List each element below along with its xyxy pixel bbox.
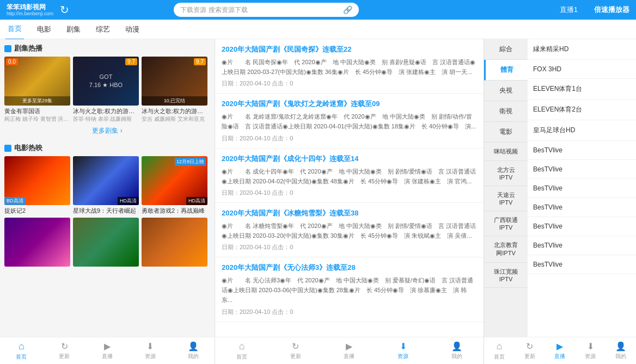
live-cat-电影[interactable]: 電影 bbox=[484, 122, 528, 143]
bnav-mid-mine[interactable]: 👤 我的 bbox=[430, 341, 484, 360]
speed-player-label[interactable]: 倍速播放器 bbox=[594, 5, 629, 15]
movie-card-2[interactable]: HD高清 星球大战9：天行者崛起 bbox=[73, 156, 139, 215]
live-categories: 綜合 體育 央視 衛視 電影 咪咕视频 北方云IPTV 天途云IPTV 广西联通… bbox=[484, 39, 528, 337]
tab-home[interactable]: 首页 bbox=[5, 19, 24, 40]
bnav-right-mine[interactable]: 👤 我的 bbox=[606, 341, 636, 360]
bnav-mid-live[interactable]: ▶ 直播 bbox=[322, 341, 376, 360]
bnav-mid-resource[interactable]: ⬇ 资源 bbox=[376, 341, 430, 360]
bottom-nav-right: ⌂ 首页 ↻ 更新 ▶ 直播 ⬇ 资源 👤 我的 bbox=[484, 337, 636, 364]
channel-item-2[interactable]: FOX 3HD bbox=[528, 60, 636, 79]
score-badge-1: 0.0 bbox=[6, 58, 18, 65]
live-cat-广西联通[interactable]: 广西联通IPTV bbox=[484, 211, 528, 236]
drama-title-3: 冰与火之歌:权力的游戏第六季 bbox=[142, 107, 207, 115]
bnav-left-live[interactable]: ▶ 直播 bbox=[86, 341, 129, 360]
channel-item-7[interactable]: BesTVlive bbox=[528, 160, 636, 179]
tab-anime[interactable]: 动漫 bbox=[123, 20, 142, 39]
drama-list-title-2: 2020年大陆国产剧《鬼吹灯之龙岭迷窟》连载至09 bbox=[222, 99, 477, 109]
bottom-nav-middle: ⌂ 首页 ↻ 更新 ▶ 直播 ⬇ 资源 👤 我的 bbox=[215, 337, 484, 364]
drama-card-1[interactable]: 0.0 更多至第29集 黄金有罪国语 阎正梅 姚子玲 黄智贤 洪永城 bbox=[4, 57, 70, 123]
channel-item-9[interactable]: BesTVlive bbox=[528, 198, 636, 217]
live-cat-体育[interactable]: 體育 bbox=[484, 60, 528, 81]
right-panel: 綜合 體育 央視 衛視 電影 咪咕视频 北方云IPTV 天途云IPTV 广西联通… bbox=[484, 39, 636, 364]
hd-badge-3: HD高清 bbox=[186, 197, 207, 205]
drama-list-desc-1: ◉片 名 民国奇探◉年 代 2020◉产 地 中国大陆◉类 别 喜剧/悬疑◉语 … bbox=[222, 57, 477, 77]
bnav-left-home[interactable]: ⌂ 首页 bbox=[0, 341, 43, 361]
bnav-mid-update[interactable]: ↻ 更新 bbox=[269, 341, 323, 360]
refresh-icon[interactable]: ↻ bbox=[60, 3, 69, 16]
live-label[interactable]: 直播1 bbox=[560, 5, 578, 15]
tab-movie[interactable]: 电影 bbox=[35, 20, 53, 39]
bnav-left-mine[interactable]: 👤 我的 bbox=[172, 341, 215, 360]
bottom-nav-left: ⌂ 首页 ↻ 更新 ▶ 直播 ⬇ 资源 👤 我的 bbox=[0, 337, 215, 364]
channel-item-5[interactable]: 皇马足球台HD bbox=[528, 120, 636, 141]
channel-item-4[interactable]: ELEVEN体育2台 bbox=[528, 100, 636, 120]
ep-badge-1: 更多至第29集 bbox=[4, 96, 70, 106]
live-cat-天途云[interactable]: 天途云IPTV bbox=[484, 186, 528, 211]
drama-card-2[interactable]: GOT7.16 ★ HBO 9.7 冰与火之歌:权力的游戏第七季 苏菲·特纳 表… bbox=[73, 57, 139, 123]
live-cat-咪咕[interactable]: 咪咕视频 bbox=[484, 143, 528, 161]
live-cat-珠江宽频[interactable]: 珠江宽频IPTV bbox=[484, 263, 528, 288]
movie-card-4[interactable] bbox=[4, 218, 70, 276]
link-icon: 🔗 bbox=[343, 5, 352, 14]
movie-title-6 bbox=[142, 268, 207, 276]
movie-title-3: 勇敢者游戏2：再战巅峰 bbox=[142, 207, 207, 215]
channel-item-10[interactable]: BesTVlive bbox=[528, 217, 636, 236]
channel-item-1[interactable]: 縁来精采HD bbox=[528, 39, 636, 60]
drama-list-item-1[interactable]: 2020年大陆国产剧《民国奇探》连载至22 ◉片 名 民国奇探◉年 代 2020… bbox=[215, 39, 484, 94]
hd-badge-2: HD高清 bbox=[118, 197, 139, 205]
bnav-right-live[interactable]: ▶ 直播 bbox=[545, 341, 576, 360]
live-cat-综合[interactable]: 綜合 bbox=[484, 39, 528, 60]
drama-sub-2: 苏菲·特纳 表菲 战廉姆斯 bbox=[73, 115, 139, 123]
drama-list-item-2[interactable]: 2020年大陆国产剧《鬼吹灯之龙岭迷窟》连载至09 ◉片 名 龙岭迷窟/鬼吹灯之… bbox=[215, 94, 484, 148]
channel-item-11[interactable]: BesTVlive bbox=[528, 236, 636, 255]
bnav-right-home[interactable]: ⌂ 首页 bbox=[484, 341, 515, 361]
logo-name: 笨笨鸡影视网 bbox=[7, 3, 53, 11]
live-cat-北方云[interactable]: 北方云IPTV bbox=[484, 161, 528, 186]
drama-list-item-5[interactable]: 2020年大陆国产剧《无心法师3》连载至28 ◉片 名 无心法师3◉年 代 20… bbox=[215, 257, 484, 322]
bnav-left-resource[interactable]: ⬇ 资源 bbox=[129, 341, 172, 360]
tab-variety[interactable]: 综艺 bbox=[94, 20, 112, 39]
movie-title-5 bbox=[73, 268, 139, 276]
drama-list-desc-3: ◉片 名 成化十四年◉年 代 2020◉产 地 中国大陆◉类 别 剧情/爱情◉语… bbox=[222, 166, 477, 186]
movie-card-5[interactable] bbox=[73, 218, 139, 276]
left-panel: 剧集热播 0.0 更多至第29集 黄金有罪国语 阎正梅 姚子玲 黄智贤 洪永城 bbox=[0, 39, 215, 364]
tab-drama[interactable]: 剧集 bbox=[64, 20, 83, 39]
live-cat-北京教育[interactable]: 北京教育网IPTV bbox=[484, 236, 528, 263]
drama-list-title-5: 2020年大陆国产剧《无心法师3》连载至28 bbox=[222, 263, 477, 273]
drama-list-title-3: 2020年大陆国产剧《成化十四年》连载至14 bbox=[222, 154, 477, 164]
movie-card-3[interactable]: HD高清 12月8日上映 勇敢者游戏2：再战巅峰 bbox=[142, 156, 207, 215]
middle-panel: 2020年大陆国产剧《民国奇探》连载至22 ◉片 名 民国奇探◉年 代 2020… bbox=[215, 39, 484, 364]
drama-list-date-3: 日期：2020-04-10 点击：0 bbox=[222, 189, 477, 197]
drama-list-date-2: 日期：2020-04-10 点击：0 bbox=[222, 134, 477, 143]
movie-title-4 bbox=[4, 268, 70, 276]
live-cat-卫视[interactable]: 衛視 bbox=[484, 101, 528, 122]
logo-url: http://m.benbenji.com bbox=[7, 11, 53, 16]
bnav-left-update[interactable]: ↻ 更新 bbox=[43, 341, 86, 360]
channel-item-3[interactable]: ELEVEN体育1台 bbox=[528, 79, 636, 100]
nav-tabs: 首页 电影 剧集 综艺 动漫 bbox=[0, 20, 636, 39]
channel-item-8[interactable]: BesTVlive bbox=[528, 179, 636, 198]
bnav-right-update[interactable]: ↻ 更新 bbox=[515, 341, 545, 360]
date-badge-3: 12月8日上映 bbox=[175, 158, 206, 166]
drama-card-3[interactable]: 9.7 10,已完结 冰与火之歌:权力的游戏第六季 安吉 威廉姆斯 艾米和亚克 bbox=[142, 57, 207, 123]
drama-title-1: 黄金有罪国语 bbox=[4, 107, 70, 115]
ep-badge-3: 10,已完结 bbox=[142, 96, 207, 106]
drama-list-item-4[interactable]: 2020年大陆国产剧《冰糖炖雪梨》连载至38 ◉片 名 冰糖炖雪梨◉年 代 20… bbox=[215, 203, 484, 257]
bnav-right-resource[interactable]: ⬇ 资源 bbox=[575, 341, 606, 360]
drama-list-date-4: 日期：2020-04-10 点击：0 bbox=[222, 243, 477, 251]
drama-list-title-1: 2020年大陆国产剧《民国奇探》连载至22 bbox=[222, 45, 477, 54]
live-cat-央视[interactable]: 央視 bbox=[484, 81, 528, 101]
drama-list-title-4: 2020年大陆国产剧《冰糖炖雪梨》连载至38 bbox=[222, 208, 477, 218]
channel-item-6[interactable]: BesTVlive bbox=[528, 141, 636, 160]
more-drama-button[interactable]: 更多剧集 › bbox=[4, 123, 210, 139]
logo-area: 笨笨鸡影视网 http://m.benbenji.com bbox=[7, 3, 53, 16]
drama-list-desc-5: ◉片 名 无心法师3◉年 代 2020◉产 地 中国大陆◉类 别 爱慕疑/奇幻◉… bbox=[222, 275, 477, 305]
drama-list-item-3[interactable]: 2020年大陆国产剧《成化十四年》连载至14 ◉片 名 成化十四年◉年 代 20… bbox=[215, 149, 484, 203]
movie-title-2: 星球大战9：天行者崛起 bbox=[73, 207, 139, 215]
movie-card-6[interactable] bbox=[142, 218, 207, 276]
drama-list-date-1: 日期：2020-04-10 点击：0 bbox=[222, 79, 477, 88]
movie-card-1[interactable]: BD高清 捉妖记2 bbox=[4, 156, 70, 215]
bnav-mid-home[interactable]: ⌂ 首页 bbox=[215, 341, 269, 361]
channel-item-12[interactable]: BesTVlive bbox=[528, 255, 636, 274]
search-bar[interactable]: 下载资源 搜索资源下载 🔗 bbox=[174, 3, 359, 17]
